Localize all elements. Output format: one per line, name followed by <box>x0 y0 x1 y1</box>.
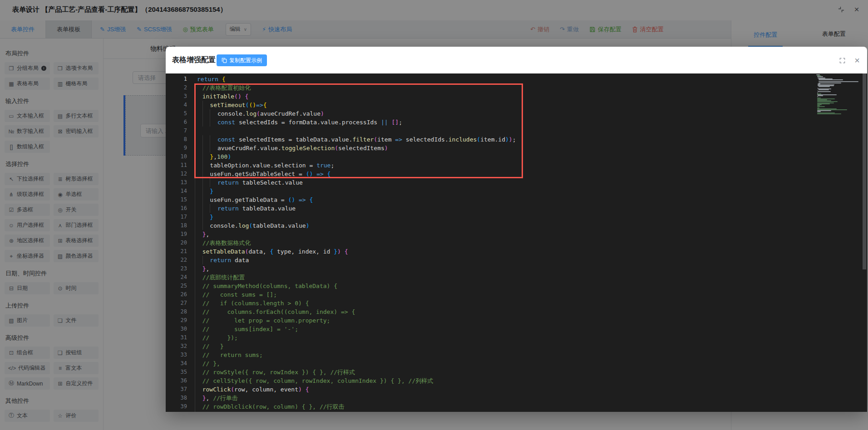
copy-config-example-button[interactable]: 复制配置示例 <box>217 54 267 66</box>
code-line-content: // columns.forEach((column, index) => { <box>195 308 355 316</box>
code-line[interactable]: 9 avueCrudRef.value.toggleSelection(sele… <box>166 144 867 152</box>
code-line[interactable]: 5 console.log(avueCrudRef.value) <box>166 109 867 118</box>
code-line[interactable]: 12 useFun.getSubTableSelect = () => { <box>166 170 867 178</box>
line-number: 29 <box>166 316 195 325</box>
line-number: 9 <box>166 144 195 152</box>
code-line-content: setTableData(data, { type, index, id }) … <box>195 247 348 256</box>
line-number: 8 <box>166 135 195 144</box>
line-number: 35 <box>166 368 195 376</box>
code-line[interactable]: 7 <box>166 127 867 135</box>
code-line[interactable]: 27 // if (columns.length > 0) { <box>166 299 867 308</box>
line-number: 25 <box>166 282 195 290</box>
line-number: 17 <box>166 213 195 221</box>
code-line-content: }, <box>195 264 209 273</box>
code-line-content: // }); <box>195 333 238 342</box>
code-line-content: tableOption.value.selection = true; <box>195 161 334 170</box>
code-line-content: // rowStyle({ row, rowIndex }) { }, //行样… <box>195 368 355 376</box>
code-line-content: // } <box>195 342 224 351</box>
code-line-content: // rowDblclick(row, column) { }, //行双击 <box>195 402 345 411</box>
code-line[interactable]: 13 return tableSelect.value <box>166 178 867 187</box>
code-line-content: //底部统计配置 <box>195 273 245 282</box>
code-line[interactable]: 19 }, <box>166 230 867 239</box>
code-line[interactable]: 21 setTableData(data, { type, index, id … <box>166 247 867 256</box>
line-number: 3 <box>166 92 195 101</box>
code-line-content: }, <box>195 230 209 239</box>
code-line[interactable]: 30 // sums[index] = '-'; <box>166 325 867 333</box>
line-number: 10 <box>166 152 195 161</box>
code-line[interactable]: 37 rowClick(row, column, event) { <box>166 385 867 394</box>
code-line[interactable]: 25 // summaryMethod(columns, tableData) … <box>166 282 867 290</box>
code-line[interactable]: 39 // rowDblclick(row, column) { }, //行双… <box>166 402 867 411</box>
editor-minimap[interactable] <box>816 74 863 118</box>
line-number: 40 <box>166 411 195 412</box>
line-number: 6 <box>166 118 195 127</box>
dialog-title: 表格增强配置 <box>172 55 216 65</box>
line-number: 19 <box>166 230 195 239</box>
code-line-content: console.log(tableData.value) <box>195 221 309 230</box>
line-number: 20 <box>166 239 195 247</box>
code-line-content: // if (columns.length > 0) { <box>195 299 309 308</box>
code-line-content: // sums[index] = '-'; <box>195 325 298 333</box>
code-line[interactable]: 34 // }, <box>166 359 867 368</box>
code-line-content: rowClick(row, column, event) { <box>195 385 309 394</box>
code-line-content: avueCrudRef.value.toggleSelection(select… <box>195 144 388 152</box>
code-line[interactable]: 38 }, //行单击 <box>166 394 867 402</box>
code-line-content: const selectedItems = tableData.value.fi… <box>195 135 516 144</box>
line-number: 36 <box>166 376 195 385</box>
code-line-content: return tableSelect.value <box>195 178 303 187</box>
code-line[interactable]: 11 tableOption.value.selection = true; <box>166 161 867 170</box>
code-line-content: return { <box>197 75 226 83</box>
code-line[interactable]: 26 // const sums = []; <box>166 290 867 299</box>
code-line[interactable]: 32 // } <box>166 342 867 351</box>
code-line[interactable]: 4 setTimeout(()=>{ <box>166 101 867 109</box>
code-line[interactable]: 28 // columns.forEach((column, index) =>… <box>166 308 867 316</box>
line-number: 24 <box>166 273 195 282</box>
code-line[interactable]: 33 // return sums; <box>166 351 867 359</box>
code-line[interactable]: 3 initTable() { <box>166 92 867 101</box>
code-line-content: } <box>195 187 213 195</box>
line-number: 15 <box>166 195 195 204</box>
code-line[interactable]: 40 // cellClick(row, column, cell, event… <box>166 411 867 412</box>
code-line[interactable]: 1return { <box>166 75 867 83</box>
code-line[interactable]: 18 console.log(tableData.value) <box>166 221 867 230</box>
editor-scrollbar[interactable] <box>862 73 867 412</box>
code-line-content: //表格配置初始化 <box>195 83 251 92</box>
code-line[interactable]: 17 } <box>166 213 867 221</box>
code-line-content: // cellClick(row, column, cell, event) {… <box>195 411 395 412</box>
code-line[interactable]: 22 return data <box>166 256 867 264</box>
line-number: 4 <box>166 101 195 109</box>
line-number: 33 <box>166 351 195 359</box>
code-line[interactable]: 10 },100) <box>166 152 867 161</box>
table-enhance-dialog: 表格增强配置 复制配置示例 × 1return {2 //表格配置初始化3 in… <box>166 47 867 412</box>
code-line-content: console.log(avueCrudRef.value) <box>195 109 324 118</box>
dialog-close-icon[interactable]: × <box>853 57 861 64</box>
line-number: 16 <box>166 204 195 213</box>
code-line[interactable]: 29 // let prop = column.property; <box>166 316 867 325</box>
code-line[interactable]: 36 // cellStyle({ row, column, rowIndex,… <box>166 376 867 385</box>
code-line[interactable]: 8 const selectedItems = tableData.value.… <box>166 135 867 144</box>
code-line-content: useFun.getSubTableSelect = () => { <box>195 170 330 178</box>
code-line[interactable]: 35 // rowStyle({ row, rowIndex }) { }, /… <box>166 368 867 376</box>
code-line[interactable]: 24 //底部统计配置 <box>166 273 867 282</box>
code-line-content: return tableData.value <box>195 204 296 213</box>
code-editor[interactable]: 1return {2 //表格配置初始化3 initTable() {4 set… <box>166 73 867 412</box>
code-line[interactable]: 15 useFun.getTableData = () => { <box>166 195 867 204</box>
code-line[interactable]: 14 } <box>166 187 867 195</box>
fullscreen-icon[interactable] <box>838 57 846 64</box>
line-number: 18 <box>166 221 195 230</box>
code-line[interactable]: 23 }, <box>166 264 867 273</box>
line-number: 27 <box>166 299 195 308</box>
line-number: 2 <box>166 83 195 92</box>
code-line-content: setTimeout(()=>{ <box>195 101 267 109</box>
line-number: 14 <box>166 187 195 195</box>
code-line-content: return data <box>195 256 249 264</box>
scrollbar-thumb[interactable] <box>863 73 866 269</box>
code-line[interactable]: 20 //表格数据格式化 <box>166 239 867 247</box>
code-line[interactable]: 16 return tableData.value <box>166 204 867 213</box>
line-number: 37 <box>166 385 195 394</box>
code-line[interactable]: 6 const selectedIds = formData.value.pro… <box>166 118 867 127</box>
code-line-content: // summaryMethod(columns, tableData) { <box>195 282 337 290</box>
code-line[interactable]: 2 //表格配置初始化 <box>166 83 867 92</box>
line-number: 31 <box>166 333 195 342</box>
code-line[interactable]: 31 // }); <box>166 333 867 342</box>
